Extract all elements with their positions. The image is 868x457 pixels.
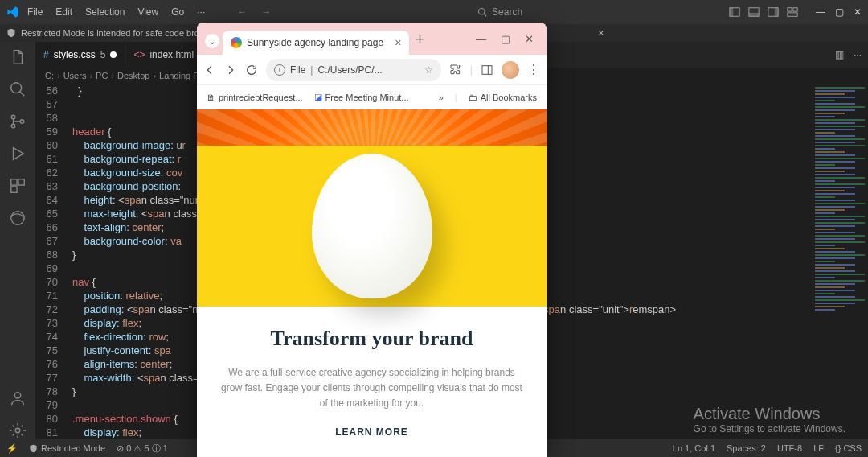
status-encoding[interactable]: UTF-8	[777, 443, 802, 453]
minimap[interactable]	[812, 84, 868, 422]
source-control-icon[interactable]	[9, 113, 27, 130]
menu-go[interactable]: Go	[171, 6, 184, 18]
svg-point-19	[11, 212, 25, 225]
window-close-icon[interactable]: ✕	[854, 6, 862, 18]
bookmark-item[interactable]: ◪ Free Meeting Minut...	[314, 92, 409, 102]
html-file-icon: <>	[133, 49, 145, 60]
extensions-icon[interactable]	[9, 177, 27, 195]
chrome-menu-icon[interactable]: ⋮	[527, 62, 540, 77]
all-bookmarks[interactable]: 🗀 All Bookmarks	[469, 93, 537, 102]
breadcrumb-seg[interactable]: Desktop	[117, 71, 149, 80]
svg-rect-7	[775, 8, 778, 17]
menu-view[interactable]: View	[137, 6, 158, 18]
extensions-puzzle-icon[interactable]	[449, 64, 462, 76]
layout-panel-left-icon[interactable]	[729, 6, 740, 18]
bookmark-star-icon[interactable]: ☆	[424, 64, 433, 76]
bookmarks-overflow-icon[interactable]: »	[439, 93, 444, 102]
svg-line-1	[484, 14, 486, 16]
side-panel-icon[interactable]	[481, 64, 493, 76]
menu-file[interactable]: File	[27, 6, 43, 18]
menu-more[interactable]: ···	[197, 6, 205, 18]
svg-rect-3	[730, 8, 733, 17]
chrome-minimize-icon[interactable]: —	[476, 33, 486, 45]
layout-panel-right-icon[interactable]	[768, 6, 779, 18]
svg-point-13	[11, 115, 15, 119]
bookmark-label: Free Meeting Minut...	[326, 93, 409, 102]
folder-icon: 🗀	[469, 93, 477, 102]
account-icon[interactable]	[9, 389, 27, 407]
omnibox-path: C:/Users/PC/...	[317, 64, 382, 76]
profile-avatar-icon[interactable]	[502, 61, 519, 79]
menu-edit[interactable]: Edit	[55, 6, 72, 18]
breadcrumb-seg[interactable]: Users	[63, 71, 87, 80]
command-center-search[interactable]: Search	[477, 6, 522, 18]
shield-icon	[29, 444, 38, 453]
status-problems[interactable]: ⊘ 0 ⚠ 5 ⓘ 1	[117, 443, 168, 455]
new-tab-icon[interactable]: +	[416, 31, 424, 48]
tab-styles-css[interactable]: # styles.css 5	[35, 42, 125, 68]
file-protocol-icon: i	[274, 64, 285, 76]
breadcrumb-seg[interactable]: C:	[45, 71, 54, 80]
breadcrumb-seg[interactable]: PC	[96, 71, 108, 80]
tab-search-icon[interactable]: ⌄	[205, 34, 219, 48]
bookmark-label: printrecieptRequest...	[219, 93, 303, 102]
chrome-maximize-icon[interactable]: ▢	[501, 33, 510, 45]
edge-icon[interactable]	[9, 209, 27, 227]
reload-icon[interactable]	[245, 64, 258, 76]
menu-bar: File Edit Selection View Go ···	[27, 6, 205, 18]
chrome-toolbar: i File | C:/Users/PC/... ☆ | ⋮	[197, 55, 547, 85]
menu-selection[interactable]: Selection	[85, 6, 125, 18]
svg-rect-18	[11, 187, 17, 192]
tab-index-html[interactable]: <> index.html	[125, 42, 203, 68]
status-spaces[interactable]: Spaces: 2	[727, 443, 766, 453]
status-restricted[interactable]: Restricted Mode	[29, 443, 105, 453]
layout-panel-bottom-icon[interactable]	[748, 6, 760, 18]
layout-customize-icon[interactable]	[787, 6, 798, 18]
svg-rect-16	[11, 179, 17, 185]
omnibox[interactable]: i File | C:/Users/PC/... ☆	[266, 59, 441, 81]
status-eol[interactable]: LF	[813, 443, 824, 453]
window-maximize-icon[interactable]: ▢	[835, 6, 844, 18]
remote-indicator-icon[interactable]: ⚡	[6, 443, 18, 454]
search-icon[interactable]	[9, 80, 27, 98]
chrome-tab[interactable]: Sunnyside agency landing page ×	[223, 31, 409, 55]
brand-heading: Transform your brand	[221, 327, 522, 351]
tab-modified-badge: 5	[100, 49, 106, 60]
learn-more-link[interactable]: LEARN MORE	[335, 426, 408, 438]
status-language[interactable]: {} CSS	[835, 443, 862, 453]
status-cursor[interactable]: Ln 1, Col 1	[673, 443, 715, 453]
svg-point-15	[20, 120, 24, 124]
window-minimize-icon[interactable]: —	[816, 6, 825, 18]
settings-gear-icon[interactable]	[9, 422, 27, 439]
more-actions-icon[interactable]: ···	[854, 49, 862, 60]
svg-point-21	[15, 428, 20, 433]
search-icon	[477, 7, 487, 17]
nav-back-icon[interactable]: ←	[237, 6, 247, 18]
run-debug-icon[interactable]	[9, 145, 27, 163]
svg-rect-10	[788, 13, 797, 16]
search-placeholder: Search	[492, 6, 522, 18]
brand-section: Transform your brand We are a full-servi…	[197, 307, 547, 457]
orange-hero-image	[197, 109, 547, 146]
activate-heading: Activate Windows	[694, 405, 845, 423]
nav-forward-icon[interactable]: →	[261, 6, 271, 18]
status-text: Restricted Mode	[41, 443, 105, 453]
explorer-icon[interactable]	[9, 48, 27, 66]
tab-close-icon[interactable]: ×	[395, 36, 401, 49]
omnibox-protocol: File	[290, 64, 305, 76]
activate-sub: Go to Settings to activate Windows.	[694, 423, 845, 434]
css-file-icon: #	[43, 49, 49, 60]
line-numbers: 5657585960616263646566676869707172737475…	[35, 84, 68, 439]
back-icon[interactable]	[203, 64, 216, 76]
vscode-title-bar: File Edit Selection View Go ··· ← → Sear…	[0, 0, 868, 24]
banner-close-icon[interactable]: ×	[598, 27, 604, 39]
bookmark-item[interactable]: 🗎 printrecieptRequest...	[207, 93, 303, 102]
forward-icon[interactable]	[224, 64, 237, 76]
egg-section	[197, 146, 547, 307]
tab-label: styles.css	[54, 49, 96, 60]
svg-point-14	[11, 124, 15, 128]
vscode-logo-icon	[6, 6, 19, 19]
split-editor-icon[interactable]: ▥	[835, 49, 844, 60]
unsaved-dot-icon	[110, 51, 117, 58]
chrome-close-icon[interactable]: ✕	[525, 33, 534, 45]
